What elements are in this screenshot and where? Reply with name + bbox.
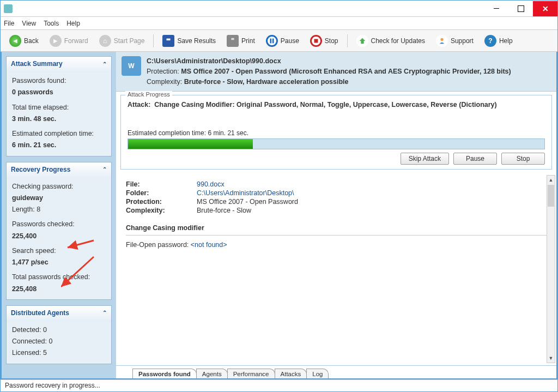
- distributed-agents-panel: Distributed Agents ⌃ Detected: 0 Connect…: [6, 305, 112, 364]
- est-label: Estimated completion time:: [12, 128, 106, 140]
- minimize-button[interactable]: [484, 1, 508, 16]
- svg-rect-3: [231, 38, 234, 40]
- time-elapsed-label: Total time elapsed:: [12, 102, 106, 113]
- help-button[interactable]: ? Help: [480, 33, 517, 49]
- toolbar: ◄ Back ► Forward ⌂ Start Page Save Resul…: [1, 30, 557, 52]
- stop-button[interactable]: Stop: [306, 33, 343, 49]
- pw-found-value: 0 passwords: [12, 87, 106, 98]
- recovery-progress-panel: Recovery Progress ⌃ Checking password: g…: [6, 162, 112, 300]
- modifier-section-title: Change Casing modifier: [126, 224, 547, 232]
- menu-tools[interactable]: Tools: [44, 20, 59, 27]
- maximize-button[interactable]: [508, 1, 533, 16]
- distributed-agents-header[interactable]: Distributed Agents ⌃: [7, 306, 111, 320]
- start-page-label: Start Page: [114, 37, 145, 45]
- print-button[interactable]: Print: [222, 33, 259, 49]
- tab-attacks[interactable]: Attacks: [275, 369, 307, 378]
- statusbar: Password recovery in progress...: [1, 379, 557, 391]
- file-open-value: <not found>: [191, 241, 227, 249]
- progress-bar: [128, 138, 545, 149]
- svg-rect-1: [167, 38, 171, 40]
- forward-icon: ►: [50, 35, 62, 47]
- attack-value: Change Casing Modifier: Original Passwor…: [154, 101, 496, 108]
- detail-complexity-v: Brute-force - Slow: [197, 207, 547, 214]
- est-completion: Estimated completion time: 6 min. 21 sec…: [128, 129, 545, 137]
- save-icon: [162, 35, 174, 47]
- collapse-icon: ⌃: [102, 61, 107, 67]
- detail-complexity-k: Complexity:: [126, 207, 197, 214]
- checked-label: Passwords checked:: [12, 219, 106, 230]
- scroll-down-icon[interactable]: ▼: [547, 354, 555, 363]
- sidebar: Attack Summary ⌃ Passwords found: 0 pass…: [2, 52, 116, 378]
- document-icon: W: [122, 56, 141, 76]
- tab-log[interactable]: Log: [306, 369, 329, 378]
- speed-label: Search speed:: [12, 245, 106, 257]
- detail-file-v[interactable]: 990.docx: [197, 180, 547, 188]
- pause-icon: [266, 35, 278, 47]
- support-label: Support: [451, 37, 474, 45]
- divider: [126, 235, 547, 236]
- menu-view[interactable]: View: [22, 20, 36, 27]
- scroll-up-icon[interactable]: ▲: [547, 176, 555, 184]
- skip-attack-button[interactable]: Skip Attack: [401, 153, 449, 165]
- app-icon: [4, 4, 13, 13]
- est-value: 6 min. 21 sec.: [12, 140, 106, 151]
- svg-rect-2: [231, 40, 235, 43]
- pause-attack-button[interactable]: Pause: [453, 153, 497, 165]
- support-button[interactable]: Support: [432, 33, 478, 49]
- tab-agents[interactable]: Agents: [196, 369, 228, 378]
- start-page-button[interactable]: ⌂ Start Page: [95, 33, 149, 49]
- toolbar-separator: [347, 34, 348, 47]
- recovery-progress-header[interactable]: Recovery Progress ⌃: [7, 162, 111, 177]
- attack-summary-header[interactable]: Attack Summary ⌃: [7, 57, 111, 71]
- complexity-label: Complexity:: [147, 78, 184, 86]
- complexity-value: Brute-force - Slow, Hardware acceleratio…: [184, 78, 349, 86]
- detail-folder-v[interactable]: C:\Users\Administrator\Desktop\: [197, 189, 547, 197]
- progress-fill: [128, 139, 253, 149]
- support-icon: [436, 35, 448, 47]
- agents-connected: Connected: 0: [12, 336, 106, 347]
- tab-passwords-found[interactable]: Passwords found: [132, 369, 197, 378]
- length-label: Length: 8: [12, 204, 106, 215]
- back-button[interactable]: ◄ Back: [5, 33, 43, 49]
- tab-performance[interactable]: Performance: [227, 369, 275, 378]
- titlebar: ✕: [1, 1, 557, 17]
- pw-found-label: Passwords found:: [12, 75, 106, 87]
- update-icon: [356, 35, 368, 47]
- collapse-icon: ⌃: [102, 166, 107, 172]
- bottom-tabs: Passwords found Agents Performance Attac…: [116, 365, 556, 378]
- detail-protection-v: MS Office 2007 - Open Password: [197, 198, 547, 206]
- back-label: Back: [24, 37, 39, 45]
- print-label: Print: [241, 37, 255, 45]
- help-label: Help: [499, 37, 513, 45]
- svg-rect-6: [314, 39, 318, 43]
- forward-button[interactable]: ► Forward: [45, 33, 93, 49]
- svg-point-7: [440, 38, 443, 40]
- attack-label: Attack:: [128, 101, 150, 108]
- agents-licensed: Licensed: 5: [12, 347, 106, 359]
- svg-rect-4: [270, 38, 271, 43]
- menu-help[interactable]: Help: [66, 20, 80, 27]
- attack-summary-panel: Attack Summary ⌃ Passwords found: 0 pass…: [6, 56, 112, 156]
- pause-label: Pause: [281, 37, 299, 45]
- total-label: Total passwords checked:: [12, 272, 106, 283]
- collapse-icon: ⌃: [102, 310, 107, 316]
- detail-folder-k: Folder:: [126, 189, 197, 197]
- checked-value: 225,400: [12, 231, 106, 242]
- pause-button[interactable]: Pause: [262, 33, 304, 49]
- scroll-thumb[interactable]: [548, 185, 554, 207]
- protection-value: MS Office 2007 - Open Password (Microsof…: [181, 68, 511, 75]
- detail-protection-k: Protection:: [126, 198, 197, 206]
- stop-label: Stop: [325, 37, 338, 45]
- file-header: W C:\Users\Administrator\Desktop\990.doc…: [116, 52, 556, 92]
- main-area: W C:\Users\Administrator\Desktop\990.doc…: [116, 52, 556, 378]
- save-results-button[interactable]: Save Results: [158, 33, 220, 49]
- toolbar-separator: [153, 34, 154, 47]
- distributed-agents-title: Distributed Agents: [11, 309, 69, 317]
- check-updates-button[interactable]: Check for Updates: [352, 33, 429, 49]
- stop-attack-button[interactable]: Stop: [501, 153, 545, 165]
- menu-file[interactable]: File: [4, 20, 14, 27]
- attack-summary-title: Attack Summary: [11, 60, 63, 68]
- scrollbar[interactable]: ▲ ▼: [547, 175, 555, 363]
- close-button[interactable]: ✕: [533, 1, 557, 16]
- attack-progress-legend: Attack Progress: [125, 91, 172, 98]
